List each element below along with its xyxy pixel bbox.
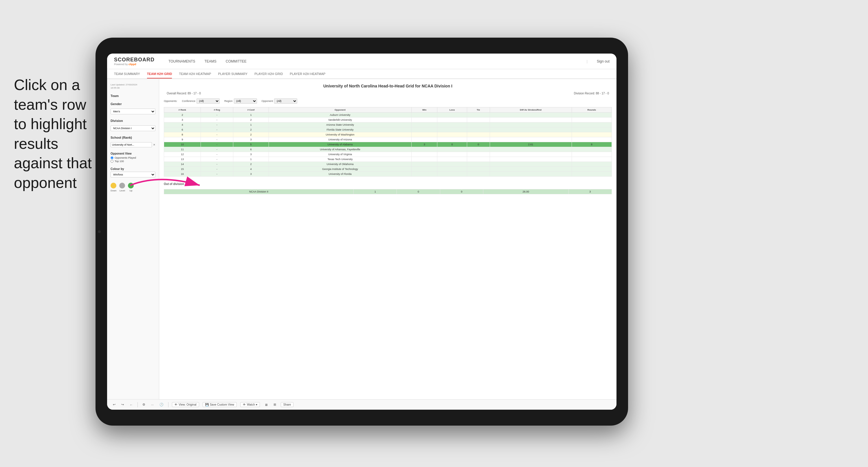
table-cell: Florida State University	[269, 127, 411, 132]
radio-top100[interactable]	[111, 160, 114, 163]
instruction-text: Click on a team's row to highlight resul…	[14, 75, 95, 193]
table-cell	[467, 157, 490, 162]
tab-team-h2h-grid[interactable]: TEAM H2H GRID	[147, 70, 172, 79]
table-cell: 4	[164, 122, 201, 127]
table-cell	[437, 172, 467, 177]
col-opponent: Opponent	[269, 108, 411, 113]
table-row[interactable]: 12-3University of Virginia	[164, 152, 612, 157]
table-cell	[411, 122, 437, 127]
table-cell: 3	[164, 118, 201, 122]
table-row[interactable]: 2-1Auburn University	[164, 113, 612, 118]
table-cell	[437, 147, 467, 152]
table-cell	[437, 162, 467, 167]
table-cell	[490, 113, 571, 118]
table-cell: 13	[164, 157, 201, 162]
bottom-toolbar: ↩ ↪ ← ⚙ ··· 🕐 👁 View: Original 💾 Save Cu…	[107, 399, 617, 410]
tab-player-summary[interactable]: PLAYER SUMMARY	[218, 70, 247, 79]
redo-btn[interactable]: ↪	[120, 402, 125, 407]
col-tie: Tie	[467, 108, 490, 113]
settings-btn[interactable]: ⚙	[141, 402, 147, 407]
table-cell	[571, 113, 612, 118]
app-header: SCOREBOARD Powered by clippd TOURNAMENTS…	[107, 54, 617, 69]
table-cell: Arizona State University	[269, 122, 411, 127]
table-cell: 9	[164, 137, 201, 142]
table-cell	[411, 152, 437, 157]
monitor-btn[interactable]: 🖥	[264, 403, 269, 407]
table-cell: -	[200, 142, 233, 147]
tab-team-summary[interactable]: TEAM SUMMARY	[114, 70, 140, 79]
table-cell	[437, 137, 467, 142]
table-cell	[571, 172, 612, 177]
table-row[interactable]: 6-2Florida State University	[164, 127, 612, 132]
table-cell: University of Arkansas, Fayetteville	[269, 147, 411, 152]
col-rounds: Rounds	[571, 108, 612, 113]
table-cell: 2	[164, 113, 201, 118]
logo-area: SCOREBOARD Powered by clippd	[114, 57, 155, 66]
table-row[interactable]: 9-3University of Arizona	[164, 137, 612, 142]
table-cell: -	[200, 127, 233, 132]
clock-btn[interactable]: 🕐	[158, 402, 165, 407]
table-cell: -	[200, 152, 233, 157]
gender-select[interactable]: Men's	[111, 109, 155, 114]
sign-out-link[interactable]: Sign out	[597, 59, 610, 63]
watch-btn[interactable]: 👁 Watch ▾	[240, 402, 260, 407]
out-div-win: 1	[354, 189, 397, 194]
table-cell: Vanderbilt University	[269, 118, 411, 122]
out-div-rounds: 3	[568, 189, 612, 194]
table-row[interactable]: 13-1Texas Tech University	[164, 157, 612, 162]
grid-area: University of North Carolina Head-to-Hea…	[159, 79, 617, 399]
table-cell: 3	[233, 137, 269, 142]
school-clear-btn[interactable]: ✕	[153, 143, 155, 146]
out-div-loss: 0	[397, 189, 440, 194]
region-select[interactable]: (All)	[234, 98, 257, 104]
opponent-view-label: Opponent View	[111, 152, 155, 155]
table-cell	[437, 118, 467, 122]
table-cell	[411, 167, 437, 172]
table-cell	[467, 127, 490, 132]
table-cell: 1	[233, 113, 269, 118]
col-rank: # Rank	[164, 108, 201, 113]
nav-teams[interactable]: TEAMS	[204, 58, 216, 64]
sidebar: Last Updated: 27/03/2024 16:55:38 Team G…	[107, 79, 159, 399]
record-row: Overall Record: 89 - 17 - 0 Division Rec…	[164, 92, 612, 95]
radio-top100-label: Top 100	[115, 160, 124, 163]
back-btn[interactable]: ←	[128, 403, 134, 407]
school-input[interactable]	[111, 142, 152, 147]
nav-tournaments[interactable]: TOURNAMENTS	[168, 58, 195, 64]
share-btn[interactable]: Share	[281, 402, 294, 407]
logo-powered: Powered by clippd	[114, 63, 155, 66]
radio-opponents-played[interactable]	[111, 156, 114, 159]
save-custom-btn[interactable]: 💾 Save Custom View	[203, 402, 237, 407]
more-btn[interactable]: ···	[150, 403, 155, 407]
opponent-select[interactable]: (All)	[274, 98, 297, 104]
tab-player-h2h-grid[interactable]: PLAYER H2H GRID	[254, 70, 283, 79]
grid-btn[interactable]: ⊞	[272, 402, 277, 407]
table-row[interactable]: 14-2University of Oklahoma	[164, 162, 612, 167]
table-cell: 3	[411, 142, 437, 147]
table-row[interactable]: 4-1Arizona State University	[164, 122, 612, 127]
tab-team-h2h-heatmap[interactable]: TEAM H2H HEATMAP	[179, 70, 211, 79]
division-select[interactable]: NCAA Division I	[111, 125, 155, 131]
table-row[interactable]: 10-5University of Alabama3002.618	[164, 142, 612, 147]
nav-committee[interactable]: COMMITTEE	[226, 58, 247, 64]
undo-btn[interactable]: ↩	[112, 402, 117, 407]
table-cell	[490, 122, 571, 127]
region-filter: Region (All)	[224, 98, 257, 104]
table-row[interactable]: 15-4Georgia Institute of Technology	[164, 167, 612, 172]
table-cell	[411, 132, 437, 137]
table-row[interactable]: 16-3University of Florida	[164, 172, 612, 177]
table-row[interactable]: 11-6University of Arkansas, Fayetteville	[164, 147, 612, 152]
table-cell: 2	[233, 162, 269, 167]
table-row[interactable]: 8-2University of Washington	[164, 132, 612, 137]
table-cell	[437, 127, 467, 132]
table-cell: 6	[164, 127, 201, 132]
opponents-label: Opponents:	[164, 99, 178, 103]
view-original-btn[interactable]: 👁 View: Original	[172, 402, 199, 407]
table-cell	[467, 162, 490, 167]
conference-select[interactable]: (All)	[196, 98, 220, 104]
tab-player-h2h-heatmap[interactable]: PLAYER H2H HEATMAP	[290, 70, 325, 79]
table-row[interactable]: 3-2Vanderbilt University	[164, 118, 612, 122]
table-cell	[490, 127, 571, 132]
table-cell: 8	[164, 132, 201, 137]
data-table: # Rank # Reg # Conf Opponent Win Loss Ti…	[164, 107, 612, 177]
